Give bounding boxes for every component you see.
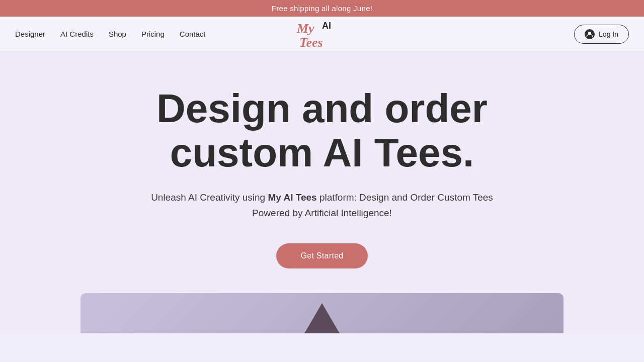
hero-subtitle-prefix: Unleash AI Creativity using <box>151 192 268 203</box>
logo[interactable]: My AI Tees <box>294 18 350 50</box>
login-label: Log In <box>599 30 618 38</box>
nav-link-contact[interactable]: Contact <box>180 30 206 38</box>
user-icon <box>585 29 595 39</box>
svg-text:Tees: Tees <box>299 35 323 50</box>
announcement-bar: Free shipping all along June! <box>0 0 644 17</box>
hero-subtitle: Unleash AI Creativity using My AI Tees p… <box>146 190 498 221</box>
hero-title: Design and order custom AI Tees. <box>96 86 548 175</box>
nav-right: Log In <box>574 25 629 44</box>
nav-link-shop[interactable]: Shop <box>109 30 126 38</box>
login-button[interactable]: Log In <box>574 25 629 44</box>
image-placeholder <box>80 293 564 333</box>
nav-links-left: Designer AI Credits Shop Pricing Contact <box>15 30 206 38</box>
product-preview-image <box>80 293 564 333</box>
svg-text:AI: AI <box>322 21 331 31</box>
nav-link-designer[interactable]: Designer <box>15 30 45 38</box>
decorative-triangle <box>304 303 340 333</box>
navbar: Designer AI Credits Shop Pricing Contact… <box>0 17 644 52</box>
logo-svg: My AI Tees <box>294 18 350 50</box>
get-started-button[interactable]: Get Started <box>276 243 367 268</box>
hero-subtitle-brand: My AI Tees <box>268 192 316 203</box>
bottom-preview-container <box>0 293 644 333</box>
announcement-text: Free shipping all along June! <box>272 4 373 13</box>
nav-link-pricing[interactable]: Pricing <box>141 30 165 38</box>
nav-link-ai-credits[interactable]: AI Credits <box>60 30 94 38</box>
hero-section: Design and order custom AI Tees. Unleash… <box>0 52 644 293</box>
svg-text:My: My <box>296 21 314 36</box>
